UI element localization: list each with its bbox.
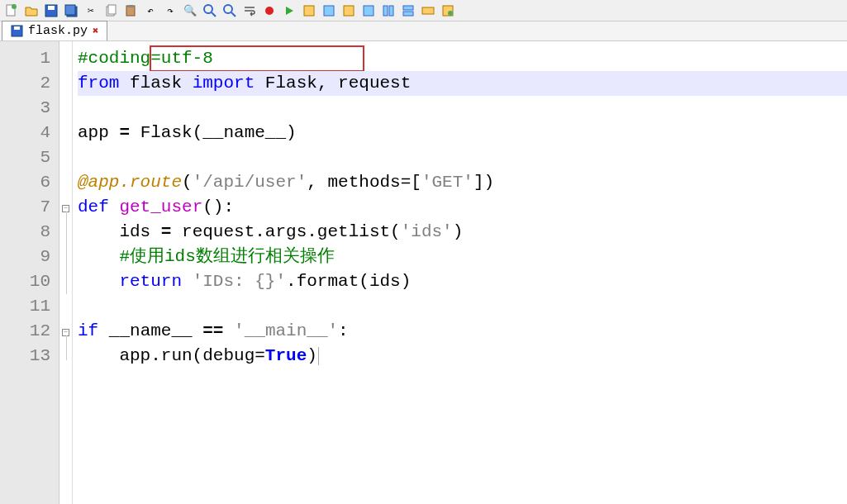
toolbar-extra-6-icon[interactable]: [400, 2, 416, 19]
find-icon[interactable]: 🔍: [182, 2, 198, 19]
code-line: ids = request.args.getlist('ids'): [78, 220, 847, 245]
svg-line-13: [231, 12, 236, 17]
macro-play-icon[interactable]: [281, 2, 297, 19]
svg-rect-3: [48, 6, 55, 10]
toolbar-extra-8-icon[interactable]: [440, 2, 456, 19]
fold-column: − −: [59, 41, 73, 504]
svg-point-1: [12, 4, 17, 9]
tab-bar: flask.py ✖: [0, 21, 847, 41]
line-number: 11: [0, 294, 59, 319]
toolbar-extra-3-icon[interactable]: [340, 2, 357, 19]
code-line: [78, 96, 847, 121]
svg-rect-18: [364, 6, 374, 16]
file-save-icon: [11, 25, 23, 37]
svg-point-10: [204, 5, 212, 13]
copy-icon[interactable]: [102, 2, 119, 19]
line-number: 8: [0, 220, 59, 245]
line-number: 13: [0, 344, 59, 368]
svg-point-14: [265, 7, 274, 15]
toolbar-extra-1-icon[interactable]: [301, 2, 317, 19]
line-number: 12: [0, 319, 59, 344]
open-file-icon[interactable]: [23, 2, 40, 19]
svg-rect-21: [403, 6, 413, 10]
toolbar-extra-4-icon[interactable]: [360, 2, 377, 19]
svg-rect-27: [14, 26, 20, 30]
svg-rect-17: [344, 6, 354, 16]
text-cursor: [318, 347, 319, 365]
line-number: 1: [0, 46, 59, 71]
line-number: 7: [0, 195, 59, 220]
save-all-icon[interactable]: [63, 2, 79, 19]
line-number: 10: [0, 269, 59, 294]
line-number: 5: [0, 145, 59, 170]
new-file-icon[interactable]: [3, 2, 20, 19]
svg-rect-19: [383, 6, 388, 16]
toolbar-extra-7-icon[interactable]: [420, 2, 436, 19]
svg-line-11: [212, 12, 216, 17]
line-number: 2: [0, 71, 59, 96]
code-line: [78, 145, 847, 170]
line-number-gutter: 1 2 3 4 5 6 7 8 9 10 11 12 13: [0, 41, 59, 504]
macro-record-icon[interactable]: [261, 2, 278, 19]
code-line: if __name__ == '__main__':: [78, 319, 847, 344]
line-number: 6: [0, 170, 59, 195]
svg-rect-16: [324, 6, 334, 16]
code-line: [78, 294, 847, 319]
save-icon[interactable]: [43, 2, 59, 19]
redo-icon[interactable]: ↷: [162, 2, 178, 19]
code-line: app = Flask(__name__): [78, 121, 847, 145]
tab-close-icon[interactable]: ✖: [93, 25, 98, 37]
code-line: def get_user():: [78, 195, 847, 220]
wrap-icon[interactable]: [241, 2, 258, 19]
tab-filename: flask.py: [28, 24, 88, 38]
code-line: #使用ids数组进行相关操作: [78, 245, 847, 269]
code-line: @app.route('/api/user', methods=['GET']): [78, 170, 847, 195]
line-number: 3: [0, 96, 59, 121]
code-content[interactable]: #coding=utf-8 from flask import Flask, r…: [73, 41, 847, 504]
svg-rect-5: [65, 5, 75, 15]
toolbar-extra-5-icon[interactable]: [380, 2, 397, 19]
svg-rect-23: [422, 7, 434, 14]
paste-icon[interactable]: [122, 2, 139, 19]
zoom-out-icon[interactable]: [221, 2, 238, 19]
svg-point-12: [224, 5, 232, 13]
svg-rect-20: [389, 6, 393, 16]
code-line: #coding=utf-8: [78, 46, 847, 71]
editor-area: 1 2 3 4 5 6 7 8 9 10 11 12 13 − − #codin…: [0, 41, 847, 504]
code-line: app.run(debug=True): [78, 344, 847, 368]
tab-flask-py[interactable]: flask.py ✖: [2, 21, 107, 40]
line-number: 9: [0, 245, 59, 269]
code-line: return 'IDs: {}'.format(ids): [78, 269, 847, 294]
undo-icon[interactable]: ↶: [142, 2, 159, 19]
svg-rect-7: [108, 5, 116, 14]
svg-rect-9: [128, 5, 133, 7]
toolbar: ✂ ↶ ↷ 🔍: [0, 0, 847, 21]
svg-rect-15: [304, 6, 314, 16]
cut-icon[interactable]: ✂: [83, 2, 99, 19]
line-number: 4: [0, 121, 59, 145]
svg-point-25: [448, 11, 453, 16]
toolbar-extra-2-icon[interactable]: [321, 2, 337, 19]
code-line: from flask import Flask, request: [78, 71, 847, 96]
zoom-in-icon[interactable]: [202, 2, 218, 19]
svg-rect-22: [403, 12, 413, 16]
